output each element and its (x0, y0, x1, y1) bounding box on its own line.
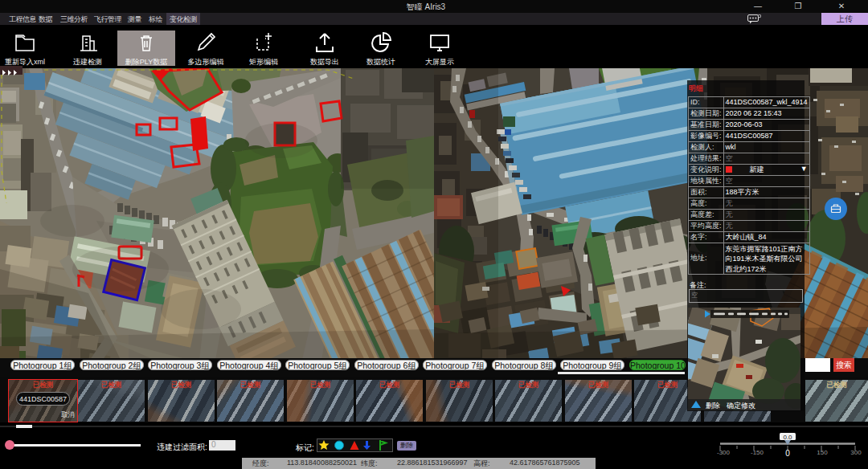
svg-text:0: 0 (785, 449, 790, 458)
svg-text:300: 300 (850, 449, 862, 456)
svg-text:-150: -150 (751, 449, 764, 456)
svg-text:0.0: 0.0 (783, 434, 792, 441)
svg-text:-300: -300 (717, 449, 731, 456)
svg-text:150: 150 (817, 449, 828, 456)
